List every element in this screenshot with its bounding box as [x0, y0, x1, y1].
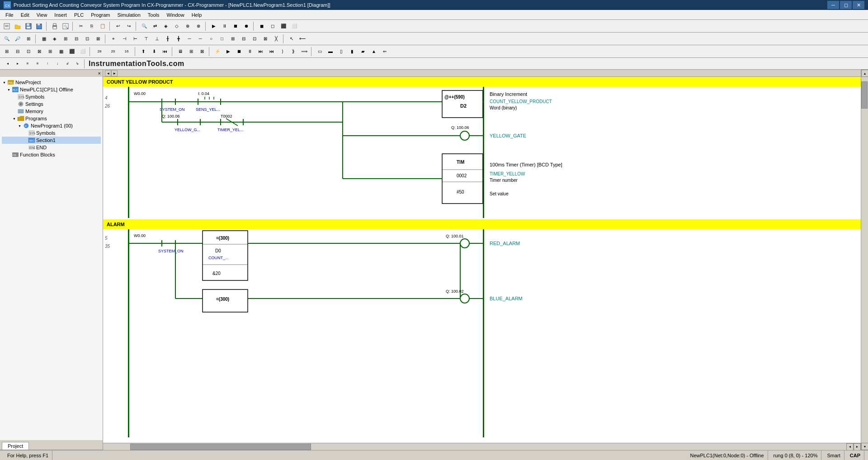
tb3-monitor[interactable]: 🖥 [175, 47, 185, 57]
menu-plc[interactable]: PLC [71, 11, 87, 19]
scroll-right-btn[interactable]: ▸ [854, 443, 861, 451]
tb2-b6[interactable]: ⌖ [108, 34, 118, 44]
tb3-online[interactable]: ⚡ [212, 47, 222, 57]
nav-left[interactable]: ◂ [105, 70, 111, 76]
tb3-b20[interactable]: ▮ [347, 47, 357, 57]
tb2-grid[interactable]: ▦ [39, 34, 49, 44]
restore-button[interactable]: ◻ [840, 1, 852, 9]
tb-find[interactable]: 🔍 [139, 21, 149, 31]
tb2-b13[interactable]: ─ [195, 34, 205, 44]
tb3-b11[interactable]: 16 [120, 47, 133, 57]
tb-b7[interactable]: ⏹ [231, 21, 241, 31]
tb-b6[interactable]: ⏸ [220, 21, 230, 31]
tb3-pause[interactable]: ⏸ [245, 47, 255, 57]
tb2-b3[interactable]: ⊟ [71, 34, 81, 44]
tb3-step-f[interactable]: ⏭ [256, 47, 266, 57]
tree-newprogram1[interactable]: P NewProgram1 (00) [2, 122, 101, 129]
tb3-b15[interactable]: ⟫ [288, 47, 298, 57]
tree-symbols[interactable]: SYM Symbols [2, 93, 101, 100]
tb3-b16[interactable]: ⟹ [299, 47, 309, 57]
menu-file[interactable]: File [2, 11, 17, 19]
tb2-zoom-in[interactable]: 🔍 [2, 34, 12, 44]
tb-print-prev[interactable]: 🔍 [61, 21, 71, 31]
tb4-b4[interactable]: ≡ [33, 60, 42, 68]
tb3-b4[interactable]: ⊠ [34, 47, 44, 57]
menu-view[interactable]: View [33, 11, 51, 19]
tb3-b1[interactable]: ⊞ [2, 47, 12, 57]
tb2-b9[interactable]: ⊤ [141, 34, 151, 44]
tb3-b8[interactable]: ⬜ [78, 47, 88, 57]
tb2-b20[interactable]: ╳ [271, 34, 281, 44]
tb4-b7[interactable]: ↲ [63, 60, 71, 68]
tb3-b21[interactable]: ▰ [358, 47, 368, 57]
tree-end[interactable]: END END [2, 144, 101, 151]
tree-newproject[interactable]: PRJ NewProject [2, 79, 101, 86]
tb3-b17[interactable]: ▭ [315, 47, 325, 57]
tb3-b6[interactable]: ▦ [56, 47, 66, 57]
tb3-b2[interactable]: ⊟ [13, 47, 23, 57]
tb-cut[interactable]: ✂ [76, 21, 86, 31]
tb2-b18[interactable]: ⊡ [250, 34, 259, 44]
tb3-b9[interactable]: 28 [93, 47, 106, 57]
tb2-b10[interactable]: ⊥ [152, 34, 162, 44]
right-scrollbar[interactable]: ▴ ▾ [861, 70, 868, 450]
menu-simulation[interactable]: Simulation [113, 11, 144, 19]
tb-save-all[interactable] [34, 21, 44, 31]
tb-b1[interactable]: ◈ [161, 21, 171, 31]
bottom-scrollbar[interactable]: ◂ ▸ [103, 443, 861, 450]
tb-b9[interactable]: ◼ [257, 21, 267, 31]
tb2-b4[interactable]: ⊡ [82, 34, 92, 44]
tb3-first[interactable]: ⏮ [160, 47, 170, 57]
close-button[interactable]: ✕ [853, 1, 864, 9]
tb-b10[interactable]: ◻ [268, 21, 278, 31]
tb-b5[interactable]: ▶ [209, 21, 219, 31]
tb-undo[interactable]: ↩ [113, 21, 123, 31]
tree-programs[interactable]: Programs [2, 115, 101, 122]
tb2-b15[interactable]: □ [217, 34, 227, 44]
tb3-next-rung[interactable]: ⬇ [149, 47, 159, 57]
tb3-b12[interactable]: ⊞ [186, 47, 196, 57]
tb-print[interactable] [50, 21, 60, 31]
tb4-b5[interactable]: ↑ [43, 60, 52, 68]
tb2-b19[interactable]: ⊠ [260, 34, 270, 44]
tb3-b23[interactable]: ⇐ [380, 47, 390, 57]
tree-settings[interactable]: Settings [2, 100, 101, 108]
tb2-b7[interactable]: ⊣ [119, 34, 129, 44]
scroll-up-btn[interactable]: ▴ [861, 70, 868, 77]
tb3-b22[interactable]: ▲ [369, 47, 379, 57]
tb3-b19[interactable]: ▯ [336, 47, 346, 57]
tb-b2[interactable]: ◇ [172, 21, 182, 31]
tree-section1[interactable]: SEC Section1 [2, 137, 101, 144]
diagram-scroll[interactable]: COUNT YELLOW PRODUCT 4 26 W0.00 SYSTEM_O… [103, 77, 861, 443]
tree-funcblocks[interactable]: FB Function Blocks [2, 151, 101, 158]
tb3-b14[interactable]: ⟩ [278, 47, 288, 57]
tb2-b1[interactable]: ◈ [50, 34, 60, 44]
tb2-b5[interactable]: ⊠ [93, 34, 103, 44]
tb3-stop[interactable]: ⏹ [234, 47, 244, 57]
tb2-b8[interactable]: ⊢ [130, 34, 140, 44]
h-scrollbar-thumb[interactable] [130, 444, 311, 450]
tb4-b2[interactable]: ▸ [14, 60, 22, 68]
tb3-b3[interactable]: ⊡ [24, 47, 33, 57]
tb-copy[interactable]: ⎘ [87, 21, 97, 31]
tb3-b7[interactable]: ⬛ [67, 47, 77, 57]
tb3-step-b[interactable]: ⏮ [267, 47, 277, 57]
tb2-b16[interactable]: ⊞ [228, 34, 238, 44]
tb2-cursor[interactable]: ↖ [287, 34, 297, 44]
tb2-zoom-out[interactable]: 🔎 [13, 34, 23, 44]
v-scrollbar-track[interactable] [861, 77, 868, 443]
tb2-b14[interactable]: ○ [206, 34, 216, 44]
tb-b11[interactable]: ⬛ [278, 21, 288, 31]
tb2-b2[interactable]: ⊞ [61, 34, 71, 44]
tb-b12[interactable]: ⬜ [289, 21, 299, 31]
scroll-left-btn[interactable]: ◂ [846, 443, 854, 451]
menu-tools[interactable]: Tools [144, 11, 163, 19]
tb2-b17[interactable]: ⊟ [239, 34, 249, 44]
tb3-run[interactable]: ▶ [223, 47, 233, 57]
tb3-b13[interactable]: ⊠ [197, 47, 207, 57]
tb3-b10[interactable]: 20 [107, 47, 119, 57]
menu-insert[interactable]: Insert [51, 11, 71, 19]
tab-project[interactable]: Project [2, 442, 29, 450]
scroll-down-btn[interactable]: ▾ [861, 443, 868, 450]
tb2-line[interactable]: ─ [184, 34, 194, 44]
